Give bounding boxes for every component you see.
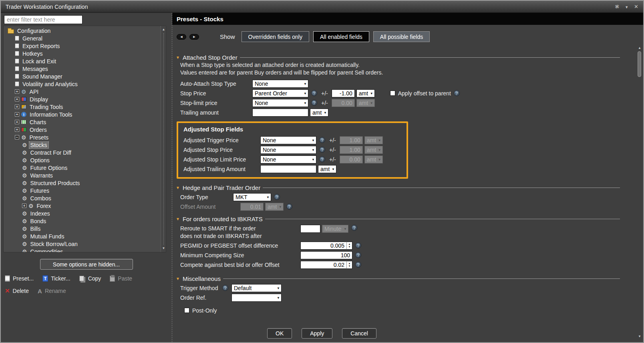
tree-item-configuration[interactable]: Configuration — [4, 27, 160, 34]
compete-offset-spinner[interactable] — [300, 261, 352, 269]
options-hidden-button[interactable]: Some options are hidden... — [40, 259, 133, 270]
help-icon[interactable] — [311, 100, 317, 106]
help-icon[interactable] — [355, 262, 361, 268]
spinner-buttons[interactable] — [346, 242, 352, 250]
tree-item-futures[interactable]: Futures — [4, 187, 160, 194]
close-icon[interactable] — [634, 4, 638, 9]
spinner-buttons[interactable] — [346, 261, 352, 269]
tree-item-combos[interactable]: Combos — [4, 194, 160, 202]
help-icon[interactable] — [222, 285, 228, 291]
tree-item-trading-tools[interactable]: +Trading Tools — [4, 103, 160, 111]
spin-up-icon[interactable] — [348, 262, 351, 265]
scroll-up-icon[interactable] — [637, 46, 642, 50]
apply-button[interactable]: Apply — [302, 328, 332, 339]
section-attached-stop-order[interactable]: Attached Stop Order — [176, 53, 620, 61]
filter-input[interactable] — [4, 15, 83, 24]
scroll-up-icon[interactable] — [161, 27, 166, 32]
expand-icon[interactable]: + — [15, 89, 19, 94]
adjusted-trigger-price-select[interactable]: None — [260, 136, 316, 144]
filter-overridden-fields-button[interactable]: Overridden fields only — [242, 31, 309, 42]
help-icon[interactable] — [319, 147, 325, 153]
expand-icon[interactable]: + — [15, 127, 19, 132]
collapse-triangle-icon[interactable] — [176, 55, 180, 60]
scroll-track[interactable] — [163, 33, 164, 245]
help-icon[interactable] — [351, 225, 357, 231]
trigger-method-select[interactable]: Default — [231, 284, 282, 292]
tree-item-stocks[interactable]: Stocks — [4, 141, 160, 149]
pin-icon[interactable] — [615, 4, 619, 9]
copy-button[interactable]: Copy — [79, 275, 101, 282]
tree-item-general[interactable]: General — [4, 34, 160, 42]
tree-item-warrants[interactable]: Warrants — [4, 172, 160, 179]
help-icon[interactable] — [355, 252, 361, 258]
tree-item-messages[interactable]: Messages — [4, 65, 160, 73]
ok-button[interactable]: OK — [267, 328, 292, 339]
tree-item-presets[interactable]: −Presets — [4, 133, 160, 141]
tree-item-options[interactable]: Options — [4, 156, 160, 164]
tree-item-forex[interactable]: +Forex — [4, 202, 160, 210]
collapse-icon[interactable]: − — [15, 135, 19, 139]
forward-button[interactable] — [189, 34, 199, 40]
collapse-triangle-icon[interactable] — [176, 186, 180, 190]
expand-icon[interactable]: + — [15, 105, 19, 109]
stop-price-select[interactable]: Parent Order — [252, 89, 308, 97]
delete-button[interactable]: Delete — [5, 287, 29, 295]
help-icon[interactable] — [454, 90, 460, 96]
compete-offset-input[interactable] — [300, 261, 346, 269]
tree-item-stock-borrow-loan[interactable]: Stock Borrow/Loan — [4, 240, 160, 248]
help-icon[interactable] — [355, 242, 361, 248]
tree-item-indexes[interactable]: Indexes — [4, 210, 160, 217]
help-icon[interactable] — [319, 137, 325, 143]
tree-item-bonds[interactable]: Bonds — [4, 217, 160, 225]
adjusted-stop-price-select[interactable]: None — [260, 146, 316, 154]
tree-item-display[interactable]: +Display — [4, 95, 160, 103]
expand-icon[interactable]: + — [15, 97, 19, 101]
trailing-amount-unit-select[interactable]: amt — [310, 109, 328, 117]
post-only-checkbox[interactable] — [184, 308, 189, 313]
tree-item-mutual-funds[interactable]: Mutual Funds — [4, 232, 160, 240]
tree-item-hotkeys[interactable]: Hotkeys — [4, 50, 160, 57]
spin-down-icon[interactable] — [348, 265, 351, 268]
spin-up-icon[interactable] — [348, 243, 351, 246]
scroll-thumb[interactable] — [638, 51, 641, 77]
tree-item-export-reports[interactable]: Export Reports — [4, 42, 160, 50]
preset-button[interactable]: Preset... — [5, 275, 34, 282]
order-ref-select[interactable] — [231, 294, 282, 302]
min-competing-size-input[interactable] — [300, 251, 352, 259]
help-icon[interactable] — [319, 156, 325, 162]
order-type-select[interactable]: MKT — [233, 193, 271, 201]
expand-icon[interactable]: + — [22, 204, 26, 208]
titlebar[interactable]: Trader Workstation Configuration — [1, 1, 643, 13]
ticker-button[interactable]: Ticker... — [42, 275, 70, 282]
main-scrollbar[interactable] — [637, 46, 642, 339]
help-icon[interactable] — [311, 90, 317, 96]
stop-limit-price-select[interactable]: None — [252, 99, 308, 107]
adjusted-trailing-amount-input[interactable] — [260, 165, 316, 173]
tree-item-commodities[interactable]: Commodities — [4, 248, 160, 252]
adjusted-trailing-amount-unit-select[interactable]: amt — [318, 165, 336, 173]
auto-attach-stop-type-select[interactable]: None — [252, 80, 308, 88]
expand-icon[interactable]: + — [15, 120, 19, 124]
tree-item-information-tools[interactable]: +Information Tools — [4, 111, 160, 118]
scroll-down-icon[interactable] — [637, 334, 642, 339]
chevron-down-icon[interactable] — [625, 4, 628, 9]
adjusted-stop-limit-price-select[interactable]: None — [260, 155, 316, 163]
stop-price-offset-input[interactable] — [332, 89, 355, 97]
cancel-button[interactable]: Cancel — [342, 328, 376, 339]
tree-item-bills[interactable]: Bills — [4, 225, 160, 232]
spin-down-icon[interactable] — [348, 246, 351, 248]
tree-item-api[interactable]: +API — [4, 88, 160, 95]
apply-offset-checkbox[interactable] — [390, 91, 395, 96]
trailing-amount-input[interactable] — [252, 109, 308, 117]
section-miscellaneous[interactable]: Miscellaneous — [176, 274, 620, 282]
stop-price-unit-select[interactable]: amt — [356, 89, 375, 97]
tree-item-volatility-and-analytics[interactable]: Volatility and Analytics — [4, 80, 160, 88]
scroll-down-icon[interactable] — [161, 246, 166, 251]
filter-all-enabled-fields-button[interactable]: All enabled fields — [313, 31, 369, 42]
help-icon[interactable] — [274, 194, 280, 200]
tree-item-contract-for-diff[interactable]: Contract For Diff — [4, 149, 160, 156]
collapse-triangle-icon[interactable] — [176, 217, 180, 221]
collapse-triangle-icon[interactable] — [176, 276, 180, 281]
tree-scrollbar[interactable] — [161, 26, 166, 252]
tree-item-orders[interactable]: +Orders — [4, 126, 160, 133]
